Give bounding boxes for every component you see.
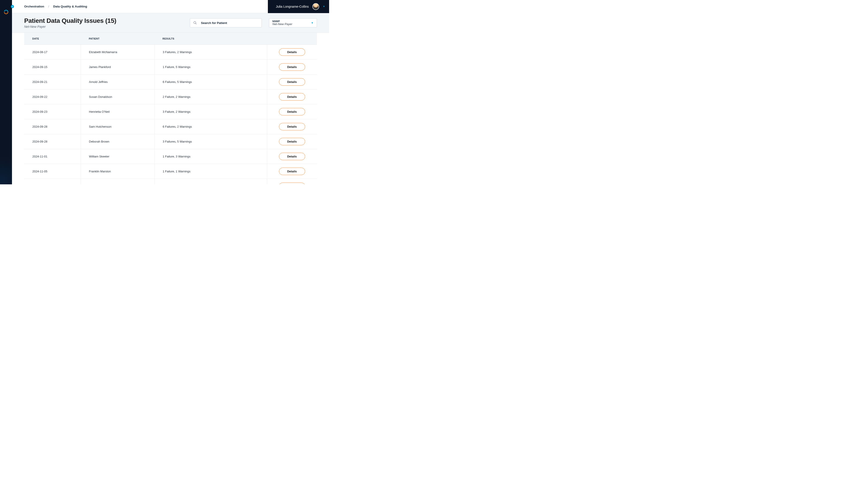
- sidebar-decoration: [0, 144, 12, 184]
- chevron-down-icon: ▼: [323, 5, 325, 8]
- page-subtitle: Net-New Payer: [24, 25, 116, 29]
- col-header-results: Results: [154, 33, 267, 45]
- cell-action: Details: [267, 45, 317, 60]
- svg-line-4: [195, 23, 196, 24]
- cell-patient: Sam Hutchenson: [81, 119, 154, 134]
- cell-patient: William Skeeter: [81, 149, 154, 164]
- cell-results: 3 Failures, 2 Warnings: [154, 45, 267, 60]
- table-row: 2024-09-28Sam Hutchenson6 Failures, 2 Wa…: [24, 119, 317, 134]
- cell-action: Details: [267, 164, 317, 179]
- details-button[interactable]: Details: [279, 93, 305, 101]
- cell-date: 2024-09-28: [24, 134, 81, 149]
- svg-marker-0: [12, 6, 13, 7]
- details-button[interactable]: Details: [279, 153, 305, 160]
- search-input[interactable]: [201, 21, 258, 25]
- cell-date: 2024-09-22: [24, 90, 81, 104]
- user-menu[interactable]: Julia Longname-Collins ▼: [268, 0, 329, 13]
- cell-date: 2024-09-21: [24, 74, 81, 90]
- page-title: Patient Data Quality Issues (15): [24, 17, 116, 24]
- cell-patient: Deborah Brown: [81, 134, 154, 149]
- breadcrumb-data-quality[interactable]: Data Quality & Auditing: [53, 5, 87, 8]
- cell-action: Details: [267, 179, 317, 185]
- svg-point-3: [194, 22, 196, 24]
- app-logo-icon: [4, 9, 8, 14]
- table-row: 2024-09-21Arnold Jeffries6 Failures, 5 W…: [24, 74, 317, 90]
- details-button[interactable]: Details: [279, 78, 305, 86]
- cell-action: Details: [267, 134, 317, 149]
- search-icon: [193, 21, 197, 25]
- cell-action: Details: [267, 104, 317, 119]
- issues-table: Date Patient Results 2024-08-17Elizabeth…: [24, 33, 317, 184]
- col-header-date: Date: [24, 33, 81, 45]
- play-badge-icon: [11, 5, 14, 8]
- cell-date: 2024-12-15: [24, 179, 81, 185]
- cell-patient: Taylor Godwin: [81, 179, 154, 185]
- cell-results: 3 Failures, 5 Warnings: [154, 134, 267, 149]
- page-title-block: Patient Data Quality Issues (15) Net-New…: [24, 17, 116, 29]
- avatar: [312, 3, 319, 10]
- table-row: 2024-12-15Taylor Godwin1 Failure, 2 Warn…: [24, 179, 317, 185]
- details-button[interactable]: Details: [279, 63, 305, 71]
- header-controls: NNWP Net-New Payer ▼: [190, 18, 317, 27]
- cell-results: 1 Failure, 1 Warnings: [154, 164, 267, 179]
- content: Date Patient Results 2024-08-17Elizabeth…: [12, 33, 329, 184]
- cell-patient: Elizabeth McNamarra: [81, 45, 154, 60]
- cell-results: 6 Failures, 2 Warnings: [154, 119, 267, 134]
- cell-patient: James Plankford: [81, 60, 154, 74]
- table-row: 2024-11-05Franklin Marston1 Failure, 1 W…: [24, 164, 317, 179]
- sidebar: [0, 0, 12, 184]
- payer-select[interactable]: NNWP Net-New Payer ▼: [269, 18, 317, 27]
- breadcrumb: Orchestration / Data Quality & Auditing: [12, 5, 87, 8]
- col-header-patient: Patient: [81, 33, 154, 45]
- cell-date: 2024-11-01: [24, 149, 81, 164]
- cell-date: 2024-08-17: [24, 45, 81, 60]
- cell-date: 2024-09-15: [24, 60, 81, 74]
- cell-action: Details: [267, 119, 317, 134]
- cell-results: 3 Failure, 2 Warnings: [154, 104, 267, 119]
- cell-action: Details: [267, 90, 317, 104]
- details-button[interactable]: Details: [279, 48, 305, 56]
- cell-patient: Henrietta O'Neil: [81, 104, 154, 119]
- cell-patient: Franklin Marston: [81, 164, 154, 179]
- table-row: 2024-09-22Susan Donaldson2 Failure, 2 Wa…: [24, 90, 317, 104]
- cell-action: Details: [267, 74, 317, 90]
- search-box[interactable]: [190, 18, 262, 27]
- table-row: 2024-11-01William Skeeter1 Failure, 3 Wa…: [24, 149, 317, 164]
- breadcrumb-orchestration[interactable]: Orchestration: [24, 5, 44, 8]
- table-row: 2024-09-28Deborah Brown3 Failures, 5 War…: [24, 134, 317, 149]
- col-header-action: [267, 33, 317, 45]
- topbar: Orchestration / Data Quality & Auditing …: [12, 0, 329, 13]
- details-button[interactable]: Details: [279, 183, 305, 184]
- cell-action: Details: [267, 60, 317, 74]
- cell-results: 2 Failure, 2 Warnings: [154, 90, 267, 104]
- table-row: 2024-09-15James Plankford1 Failure, 5 Wa…: [24, 60, 317, 74]
- table-row: 2024-08-17Elizabeth McNamarra3 Failures,…: [24, 45, 317, 60]
- cell-patient: Arnold Jeffries: [81, 74, 154, 90]
- table-row: 2024-09-23Henrietta O'Neil3 Failure, 2 W…: [24, 104, 317, 119]
- payer-select-labels: NNWP Net-New Payer: [272, 20, 292, 26]
- payer-name: Net-New Payer: [272, 22, 292, 26]
- cell-date: 2024-09-23: [24, 104, 81, 119]
- cell-results: 1 Failure, 2 Warnings: [154, 179, 267, 185]
- page-header: Patient Data Quality Issues (15) Net-New…: [12, 13, 329, 33]
- cell-action: Details: [267, 149, 317, 164]
- details-button[interactable]: Details: [279, 123, 305, 130]
- user-name-label: Julia Longname-Collins: [276, 5, 309, 8]
- details-button[interactable]: Details: [279, 168, 305, 175]
- cell-results: 1 Failure, 5 Warnings: [154, 60, 267, 74]
- cell-date: 2024-09-28: [24, 119, 81, 134]
- cell-results: 1 Failure, 3 Warnings: [154, 149, 267, 164]
- main-area: Orchestration / Data Quality & Auditing …: [12, 0, 329, 184]
- cell-patient: Susan Donaldson: [81, 90, 154, 104]
- cell-results: 6 Failures, 5 Warnings: [154, 74, 267, 90]
- cell-date: 2024-11-05: [24, 164, 81, 179]
- chevron-down-icon: ▼: [311, 22, 313, 24]
- details-button[interactable]: Details: [279, 138, 305, 145]
- breadcrumb-separator: /: [49, 5, 49, 8]
- details-button[interactable]: Details: [279, 108, 305, 116]
